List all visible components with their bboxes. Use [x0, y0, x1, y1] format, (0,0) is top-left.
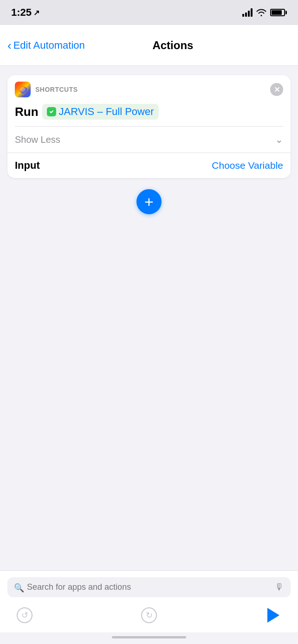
add-button-container: + [136, 189, 162, 214]
bottom-toolbar: ↺ ↻ [7, 604, 291, 628]
card-header: SHORTCUTS ✕ [7, 75, 291, 102]
time-text: 1:25 [11, 6, 32, 19]
plus-icon: + [144, 194, 154, 210]
search-input[interactable] [27, 582, 271, 592]
close-icon: ✕ [274, 85, 280, 94]
play-button[interactable] [264, 606, 283, 625]
shortcuts-app-icon [15, 82, 31, 97]
undo-icon: ↺ [17, 607, 32, 623]
nav-bar: ‹ Edit Automation Actions [0, 25, 298, 66]
search-bar: 🔍 🎙 [7, 577, 291, 597]
chevron-down-icon: ⌄ [275, 134, 283, 145]
signal-icon [242, 8, 253, 17]
page-title: Actions [92, 39, 253, 52]
search-icon: 🔍 [14, 583, 23, 592]
home-bar [112, 636, 186, 638]
redo-icon: ↻ [141, 607, 157, 623]
back-label: Edit Automation [13, 39, 85, 51]
status-time: 1:25 ↗ [11, 6, 39, 19]
card-header-left: SHORTCUTS [15, 82, 78, 97]
battery-icon [270, 9, 287, 16]
input-label: Input [15, 159, 40, 172]
back-chevron-icon: ‹ [7, 39, 12, 51]
shortcut-badge[interactable]: JARVIS – Full Power [42, 104, 159, 120]
shortcut-name: JARVIS – Full Power [59, 106, 154, 118]
show-less-label: Show Less [15, 134, 60, 145]
run-label: Run [15, 105, 39, 119]
status-bar: 1:25 ↗ [0, 0, 298, 25]
shortcuts-label: SHORTCUTS [35, 86, 78, 93]
microphone-icon[interactable]: 🎙 [275, 582, 284, 593]
bottom-area: 🔍 🎙 ↺ ↻ [0, 570, 298, 632]
choose-variable-button[interactable]: Choose Variable [212, 160, 283, 171]
play-icon [267, 608, 279, 623]
shortcut-badge-icon [47, 107, 56, 116]
close-button[interactable]: ✕ [270, 83, 283, 96]
status-icons [242, 8, 287, 17]
run-row: Run JARVIS – Full Power [7, 102, 291, 126]
show-less-row[interactable]: Show Less ⌄ [7, 127, 291, 153]
action-card: SHORTCUTS ✕ Run JARVIS – Full Power [7, 75, 291, 178]
location-arrow-icon: ↗ [33, 8, 39, 17]
wifi-icon [256, 9, 266, 16]
input-row: Input Choose Variable [7, 153, 291, 178]
back-button[interactable]: ‹ Edit Automation [7, 39, 85, 51]
undo-button[interactable]: ↺ [15, 606, 34, 625]
add-action-button[interactable]: + [136, 189, 162, 214]
redo-button[interactable]: ↻ [139, 606, 159, 625]
main-content: SHORTCUTS ✕ Run JARVIS – Full Power [0, 66, 298, 570]
home-indicator [0, 632, 298, 644]
